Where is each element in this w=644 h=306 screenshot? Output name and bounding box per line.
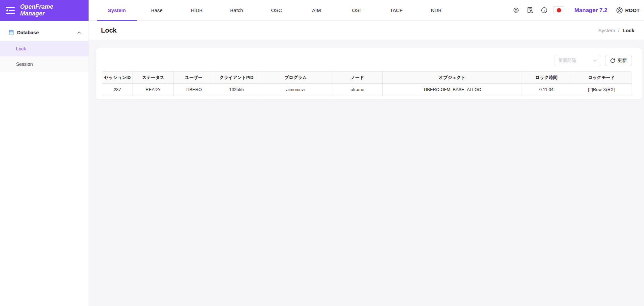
sidebar: OpenFrame Manager Database xyxy=(0,0,89,306)
nav-tabs: System Base HiDB Batch OSC AIM OSI TACF … xyxy=(97,0,456,20)
top-navigation: System Base HiDB Batch OSC AIM OSI TACF … xyxy=(89,0,644,21)
col-node: ノード xyxy=(332,71,383,84)
cell-status: READY xyxy=(133,84,174,95)
cell-node: oframe xyxy=(332,84,383,95)
tab-aim[interactable]: AIM xyxy=(297,0,336,20)
japan-flag-icon[interactable] xyxy=(553,6,564,14)
tab-tacf[interactable]: TACF xyxy=(376,0,416,20)
sidebar-menu: Database Lock Session xyxy=(0,21,89,72)
breadcrumb-current: Lock xyxy=(623,28,634,33)
burger-line-top xyxy=(6,7,15,8)
brand-header: OpenFrame Manager xyxy=(0,0,89,21)
refresh-button-label: 更新 xyxy=(618,57,627,63)
burger-line-short xyxy=(9,10,15,11)
table-row[interactable]: 237 READY TIBERO 102555 aimomsvr oframe … xyxy=(102,84,632,95)
sidebar-item-session-label: Session xyxy=(16,61,33,67)
flag-red-circle xyxy=(557,8,561,12)
col-session-id: セッションID xyxy=(102,71,133,84)
lock-panel: 更新間隔 xyxy=(96,48,642,100)
col-user: ユーザー xyxy=(174,71,214,84)
app-logo: OpenFrame Manager xyxy=(20,4,53,17)
tab-osi[interactable]: OSI xyxy=(336,0,376,20)
breadcrumb: System / Lock xyxy=(598,28,634,33)
cell-lock-mode: [2]Row-X(RX] xyxy=(571,84,632,95)
app-root: OpenFrame Manager Database xyxy=(0,0,644,306)
refresh-icon xyxy=(610,58,615,63)
app-version: Manager 7.2 xyxy=(574,7,607,14)
table-controls: 更新間隔 xyxy=(102,55,632,66)
col-client-pid: クライアントPID xyxy=(214,71,259,84)
tab-hidb[interactable]: HiDB xyxy=(177,0,217,20)
page-title: Lock xyxy=(101,27,117,34)
gear-icon[interactable] xyxy=(510,4,522,16)
logo-line2: Manager xyxy=(20,10,53,17)
sidebar-section-database[interactable]: Database xyxy=(0,24,89,41)
breadcrumb-separator: / xyxy=(618,28,620,33)
burger-line-bottom xyxy=(6,13,15,14)
burger-arrow xyxy=(6,9,8,12)
col-status: ステータス xyxy=(133,71,174,84)
cell-session-id: 237 xyxy=(102,84,133,95)
cell-user: TIBERO xyxy=(174,84,214,95)
user-icon xyxy=(616,7,623,14)
col-lock-time: ロック時間 xyxy=(522,71,571,84)
tab-base[interactable]: Base xyxy=(137,0,177,20)
logo-line1: OpenFrame xyxy=(20,4,53,10)
burger-line-mid xyxy=(6,9,15,12)
info-icon[interactable] xyxy=(538,4,550,16)
breadcrumb-parent[interactable]: System xyxy=(598,28,615,33)
cell-client-pid: 102555 xyxy=(214,84,259,95)
lock-table: セッションID ステータス ユーザー クライアントPID プログラム ノード オ… xyxy=(102,71,632,95)
sidebar-section-label: Database xyxy=(17,30,74,35)
user-name: ROOT xyxy=(625,7,640,13)
chevron-down-icon xyxy=(593,59,597,62)
content-area: 更新間隔 xyxy=(89,40,644,306)
sidebar-item-lock-label: Lock xyxy=(16,46,26,51)
tab-batch[interactable]: Batch xyxy=(217,0,257,20)
table-header-row: セッションID ステータス ユーザー クライアントPID プログラム ノード オ… xyxy=(102,71,632,84)
cell-lock-time: 0:11:04 xyxy=(522,84,571,95)
sidebar-item-lock[interactable]: Lock xyxy=(0,41,89,56)
title-bar: Lock System / Lock xyxy=(89,21,644,40)
tab-system[interactable]: System xyxy=(97,0,137,20)
cell-object: TIBERO.OFM_BASE_ALLOC xyxy=(383,84,522,95)
main-area: System Base HiDB Batch OSC AIM OSI TACF … xyxy=(89,0,644,306)
document-search-icon[interactable] xyxy=(524,4,536,16)
sidebar-collapse-icon[interactable] xyxy=(6,7,15,14)
refresh-button[interactable]: 更新 xyxy=(605,55,632,66)
col-lock-mode: ロックモード xyxy=(571,71,632,84)
tab-ndb[interactable]: NDB xyxy=(416,0,456,20)
refresh-interval-placeholder: 更新間隔 xyxy=(558,57,576,63)
refresh-interval-select[interactable]: 更新間隔 xyxy=(554,55,601,66)
col-object: オブジェクト xyxy=(383,71,522,84)
sidebar-item-session[interactable]: Session xyxy=(0,56,89,72)
database-icon xyxy=(9,30,14,35)
tab-osc[interactable]: OSC xyxy=(257,0,297,20)
col-program: プログラム xyxy=(259,71,332,84)
cell-program: aimomsvr xyxy=(259,84,332,95)
user-menu[interactable]: ROOT xyxy=(616,7,640,14)
chevron-up-icon xyxy=(77,31,81,34)
